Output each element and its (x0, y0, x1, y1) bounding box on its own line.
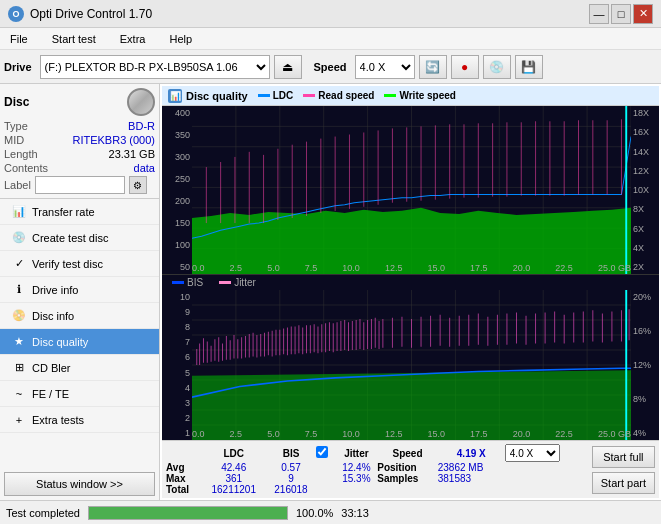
sidebar-item-create-test[interactable]: 💿 Create test disc (0, 225, 159, 251)
avg-bis: 0.57 (266, 462, 315, 473)
disc-info-icon: 📀 (12, 309, 26, 323)
sidebar: Disc Type BD-R MID RITEKBR3 (000) Length… (0, 84, 160, 500)
title-bar: O Opti Drive Control 1.70 — □ ✕ (0, 0, 661, 28)
disc-label-key: Label (4, 179, 31, 191)
disc-type-val: BD-R (128, 120, 155, 132)
menu-start-test[interactable]: Start test (46, 31, 102, 47)
legend-write-speed: Write speed (384, 90, 456, 101)
disc-icon (127, 88, 155, 116)
col-bis-header: BIS (266, 444, 315, 462)
sidebar-item-label-extra: Extra tests (32, 414, 84, 426)
y-axis-right-bottom: 20%16%12%8%4% (631, 290, 659, 440)
legend-jitter-label: Jitter (234, 277, 256, 288)
chart-svg-container-bottom: 0.02.55.07.510.012.515.017.520.022.525.0… (192, 290, 631, 440)
sidebar-item-cd-bler[interactable]: ⊞ CD Bler (0, 355, 159, 381)
close-button[interactable]: ✕ (633, 4, 653, 24)
disc-mid-row: MID RITEKBR3 (000) (4, 134, 155, 146)
legend-read-color (303, 94, 315, 97)
progress-bar-fill (89, 507, 287, 519)
extra-tests-icon: + (12, 413, 26, 427)
samples-val: 381583 (438, 473, 505, 484)
speed-select[interactable]: 4.0 X 1.0 X 2.0 X 6.0 X 8.0 X Max (355, 55, 415, 79)
menu-extra[interactable]: Extra (114, 31, 152, 47)
main-layout: Disc Type BD-R MID RITEKBR3 (000) Length… (0, 84, 661, 500)
avg-label: Avg (166, 462, 201, 473)
sidebar-item-label-disc-info: Disc info (32, 310, 74, 322)
y-axis-left-top: 40035030025020015010050 (162, 106, 192, 274)
top-chart: 40035030025020015010050 (162, 106, 659, 274)
disc-panel: Disc Type BD-R MID RITEKBR3 (000) Length… (0, 84, 159, 199)
status-bar: Test completed 100.0% 33:13 (0, 500, 661, 524)
save-button[interactable]: 💾 (515, 55, 543, 79)
speed-value: 4.19 X (438, 444, 505, 462)
maximize-button[interactable]: □ (611, 4, 631, 24)
sidebar-item-transfer-rate[interactable]: 📊 Transfer rate (0, 199, 159, 225)
speed-select-stats[interactable]: 4.0 X (505, 444, 560, 462)
drive-select[interactable]: (F:) PLEXTOR BD-R PX-LB950SA 1.06 (40, 55, 270, 79)
menu-help[interactable]: Help (163, 31, 198, 47)
position-val: 23862 MB (438, 462, 505, 473)
stats-table: LDC BIS Jitter Speed 4.19 X 4.0 X (166, 444, 586, 495)
legend-bis-label: BIS (187, 277, 203, 288)
status-window-label: Status window >> (36, 478, 123, 490)
max-bis: 9 (266, 473, 315, 484)
transfer-rate-icon: 📊 (12, 205, 26, 219)
progress-bar (88, 506, 288, 520)
sidebar-item-verify-test[interactable]: ✓ Verify test disc (0, 251, 159, 277)
bottom-chart: 10987654321 (162, 290, 659, 440)
sidebar-item-fe-te[interactable]: ~ FE / TE (0, 381, 159, 407)
samples-label: Samples (377, 473, 438, 484)
burn-button[interactable]: ● (451, 55, 479, 79)
disc-label-input[interactable] (35, 176, 125, 194)
status-window-button[interactable]: Status window >> (4, 472, 155, 496)
jitter-checkbox[interactable] (316, 446, 328, 458)
refresh-button[interactable]: 🔄 (419, 55, 447, 79)
legend-bis: BIS (172, 277, 203, 288)
sidebar-item-drive-info[interactable]: ℹ Drive info (0, 277, 159, 303)
col-ldc-header: LDC (201, 444, 266, 462)
sidebar-item-disc-info[interactable]: 📀 Disc info (0, 303, 159, 329)
sidebar-item-label-verify: Verify test disc (32, 258, 103, 270)
start-full-button[interactable]: Start full (592, 446, 655, 468)
title-bar-controls[interactable]: — □ ✕ (589, 4, 653, 24)
legend-write-color (384, 94, 396, 97)
legend-bis-color (172, 281, 184, 284)
toolbar: Drive (F:) PLEXTOR BD-R PX-LB950SA 1.06 … (0, 50, 661, 84)
total-label: Total (166, 484, 201, 495)
menu-file[interactable]: File (4, 31, 34, 47)
app-logo: O (8, 6, 24, 22)
chart-svg-container-top: 0.02.55.07.510.012.515.017.520.022.525.0… (192, 106, 631, 274)
cd-bler-icon: ⊞ (12, 361, 26, 375)
disc-button[interactable]: 💿 (483, 55, 511, 79)
x-axis-labels-top: 0.02.55.07.510.012.515.017.520.022.525.0… (192, 263, 631, 274)
disc-type-key: Type (4, 120, 28, 132)
legend-ldc-label: LDC (273, 90, 294, 101)
start-part-button[interactable]: Start part (592, 472, 655, 494)
avg-ldc: 42.46 (201, 462, 266, 473)
start-buttons: Start full Start part (592, 444, 655, 495)
disc-contents-row: Contents data (4, 162, 155, 174)
disc-label-row: Label ⚙ (4, 176, 155, 194)
disc-type-row: Type BD-R (4, 120, 155, 132)
disc-mid-val: RITEKBR3 (000) (72, 134, 155, 146)
speed-label: Speed (314, 61, 347, 73)
sidebar-item-label-drive-info: Drive info (32, 284, 78, 296)
legend-ldc-color (258, 94, 270, 97)
max-ldc: 361 (201, 473, 266, 484)
status-time: 33:13 (341, 507, 369, 519)
title-bar-left: O Opti Drive Control 1.70 (8, 6, 152, 22)
sidebar-item-extra-tests[interactable]: + Extra tests (0, 407, 159, 433)
disc-label-button[interactable]: ⚙ (129, 176, 147, 194)
minimize-button[interactable]: — (589, 4, 609, 24)
eject-button[interactable]: ⏏ (274, 55, 302, 79)
content-area: 📊 Disc quality LDC Read speed Write spee… (160, 84, 661, 500)
disc-quality-icon: ★ (12, 335, 26, 349)
max-jitter: 15.3% (336, 473, 378, 484)
sidebar-item-label-fe-te: FE / TE (32, 388, 69, 400)
sidebar-item-disc-quality[interactable]: ★ Disc quality (0, 329, 159, 355)
legend-ldc: LDC (258, 90, 294, 101)
legend-read-label: Read speed (318, 90, 374, 101)
create-test-icon: 💿 (12, 231, 26, 245)
app-title: Opti Drive Control 1.70 (30, 7, 152, 21)
x-axis-labels-bottom: 0.02.55.07.510.012.515.017.520.022.525.0… (192, 429, 631, 440)
